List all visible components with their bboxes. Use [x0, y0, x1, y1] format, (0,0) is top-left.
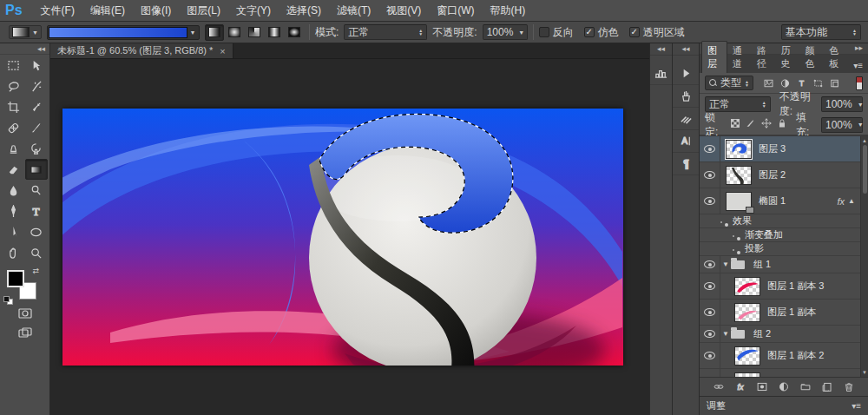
menu-item[interactable]: 滤镜(T) [329, 1, 378, 21]
character-panel-button[interactable]: A [673, 130, 699, 153]
filter-shape-layer-button[interactable] [811, 76, 825, 89]
tool-blur[interactable] [3, 180, 25, 201]
layer-row[interactable]: 图层 1 副本 2 [700, 343, 860, 369]
layer-row[interactable]: 图层 1 [700, 369, 860, 377]
tools-collapse-button[interactable]: ◂◂ [0, 43, 49, 55]
layer-thumbnail[interactable] [726, 192, 752, 211]
tool-hand[interactable] [3, 242, 25, 263]
opacity-select[interactable]: 100% ▼ [483, 24, 528, 40]
group-row[interactable]: ▼组 1 [700, 256, 860, 273]
gradient-editor-preview[interactable]: ▼ [47, 25, 200, 40]
layer-thumbnail[interactable] [734, 303, 760, 322]
screen-mode-button[interactable] [16, 326, 35, 339]
effect-row[interactable]: 投影 [700, 242, 860, 256]
gradient-type-diamond-button[interactable] [285, 24, 304, 41]
layer-row[interactable]: 图层 3 [700, 136, 860, 162]
layer-row[interactable]: 图层 2 [700, 162, 860, 188]
tool-lasso[interactable] [3, 76, 25, 96]
close-icon[interactable]: × [220, 46, 225, 56]
tab-paths[interactable]: 路径 [752, 42, 776, 73]
visibility-toggle[interactable] [700, 326, 720, 342]
filter-type-layer-button[interactable]: T [794, 76, 809, 89]
lock-all-button[interactable] [777, 118, 787, 131]
layer-row[interactable]: 图层 1 副本 [700, 300, 860, 326]
tool-gradient[interactable] [25, 159, 48, 180]
visibility-toggle[interactable] [700, 162, 720, 188]
blend-mode-select[interactable]: 正常 ▲▼ [344, 24, 427, 40]
shape-layer-row[interactable]: 椭圆 1fx▲ [700, 188, 860, 214]
scroll-down-icon[interactable]: ▼ [862, 368, 867, 377]
layer-mask-button[interactable] [756, 381, 768, 392]
tool-path-selection[interactable] [3, 221, 25, 242]
brush-panel-panel-button[interactable] [673, 108, 699, 130]
scrollbar-thumb[interactable] [863, 145, 867, 194]
visibility-toggle[interactable] [700, 256, 720, 273]
gradient-type-angle-button[interactable] [245, 24, 264, 41]
lock-transparent-button[interactable] [730, 118, 740, 131]
layer-effects-badge[interactable]: fx▲ [838, 196, 855, 207]
filter-adjustment-layer-button[interactable] [778, 76, 792, 89]
filter-smart-object-button[interactable] [827, 76, 842, 89]
tab-channels[interactable]: 通道 [727, 42, 752, 73]
collapse-effects-icon[interactable]: ▲ [848, 197, 855, 205]
delete-layer-button[interactable] [843, 381, 855, 392]
new-layer-button[interactable] [821, 381, 833, 392]
expand-caret-icon[interactable]: ▼ [720, 260, 731, 268]
actions-panel-button[interactable] [673, 63, 699, 85]
layer-thumbnail[interactable] [726, 140, 752, 159]
layer-row[interactable]: 图层 1 副本 3 [700, 273, 860, 300]
effect-row[interactable]: 效果 [700, 214, 860, 228]
menu-item[interactable]: 图层(L) [179, 1, 228, 21]
menu-item[interactable]: 文件(F) [33, 1, 82, 21]
quick-mask-button[interactable] [16, 306, 35, 320]
filter-toggle-switch[interactable] [856, 76, 863, 90]
menu-item[interactable]: 编辑(E) [82, 1, 133, 21]
layers-scrollbar[interactable]: ▲ ▼ [860, 136, 868, 377]
tool-crop[interactable] [3, 96, 25, 117]
strip-collapse-button[interactable]: ◂◂ [673, 43, 699, 56]
layer-thumbnail[interactable] [726, 166, 752, 185]
menu-item[interactable]: 文字(Y) [228, 1, 279, 21]
visibility-toggle[interactable] [700, 188, 720, 214]
gradient-type-reflected-button[interactable] [265, 24, 284, 41]
paragraph-panel-button[interactable]: ¶ [673, 153, 699, 175]
layer-thumbnail[interactable] [734, 346, 760, 366]
tool-pen[interactable] [3, 201, 25, 221]
adjustment-fill-button[interactable] [778, 381, 790, 392]
link-layers-button[interactable] [713, 381, 725, 392]
checkbox-reverse[interactable]: 反向 [539, 25, 574, 40]
new-group-button[interactable] [799, 381, 812, 392]
lock-pixels-button[interactable] [746, 118, 756, 131]
menu-item[interactable]: 选择(S) [279, 1, 329, 21]
tool-zoom[interactable] [25, 242, 48, 263]
foreground-color-swatch[interactable] [7, 270, 24, 287]
tool-history-brush[interactable] [25, 138, 48, 159]
tool-type[interactable]: T [25, 201, 48, 221]
menu-item[interactable]: 窗口(W) [429, 1, 482, 21]
tool-clone-stamp[interactable] [3, 138, 25, 159]
panel-menu-icon[interactable]: ▾≡ [852, 401, 861, 411]
tool-ellipse[interactable] [25, 221, 48, 242]
tab-swatches[interactable]: 色板 [824, 42, 848, 73]
histogram-panel-button[interactable] [650, 63, 672, 85]
tool-move[interactable] [25, 55, 48, 76]
layer-style-button[interactable]: fx [734, 381, 746, 392]
tab-color[interactable]: 颜色 [799, 42, 824, 73]
tool-healing-brush[interactable] [3, 117, 25, 138]
visibility-toggle[interactable] [700, 300, 720, 325]
workspace-switcher[interactable]: 基本功能 ▲▼ [781, 24, 861, 40]
tool-preset-picker[interactable]: ▼ [9, 25, 42, 39]
checkbox-dither[interactable]: ✓仿色 [584, 25, 619, 40]
filter-pixel-layer-button[interactable] [761, 76, 776, 89]
tool-eyedropper[interactable] [25, 96, 48, 117]
swap-colors-icon[interactable]: ⇄ [32, 267, 39, 275]
tab-layers[interactable]: 图层 [701, 41, 727, 73]
visibility-toggle[interactable] [700, 343, 720, 368]
tool-marquee[interactable] [3, 55, 25, 76]
panel-menu-icon[interactable]: ▾≡ [848, 61, 868, 73]
brush-presets-panel-button[interactable] [673, 85, 699, 108]
visibility-toggle[interactable] [700, 273, 720, 299]
fill-select[interactable]: 100% ▼ [821, 117, 863, 133]
expand-caret-icon[interactable]: ▼ [720, 330, 731, 338]
scroll-up-icon[interactable]: ▲ [862, 136, 867, 145]
